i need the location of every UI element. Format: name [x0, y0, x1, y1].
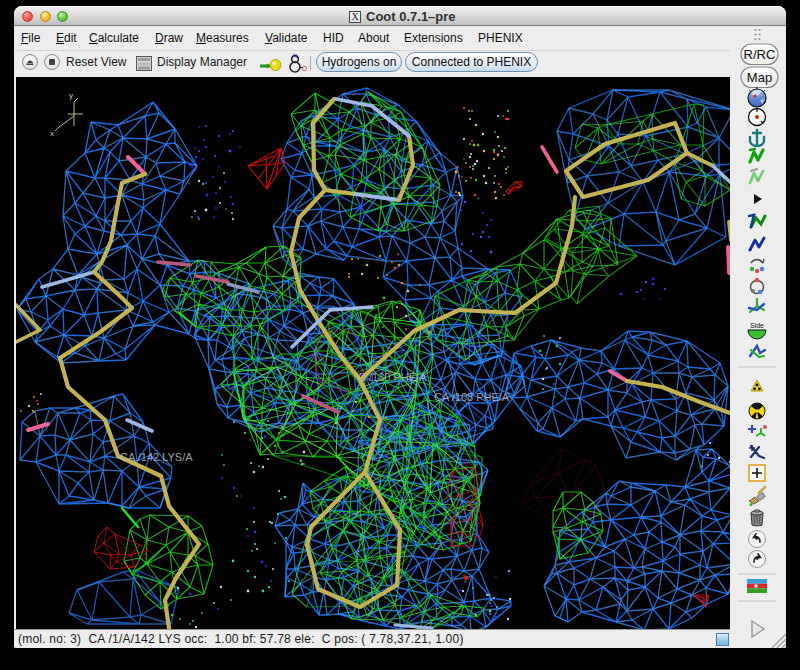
svg-text:CA /142 LYS/A: CA /142 LYS/A	[120, 451, 193, 463]
svg-text:x: x	[50, 129, 54, 138]
svg-text:C /130 PHE/A: C /130 PHE/A	[358, 371, 427, 383]
svg-text:R/RC: R/RC	[744, 47, 776, 62]
svg-text:y: y	[69, 91, 73, 100]
svg-text:Side: Side	[750, 322, 764, 329]
svg-text:CA /108 PHE/A: CA /108 PHE/A	[434, 391, 510, 403]
svg-text:N: N	[293, 53, 297, 59]
svg-text:Map: Map	[747, 70, 772, 85]
